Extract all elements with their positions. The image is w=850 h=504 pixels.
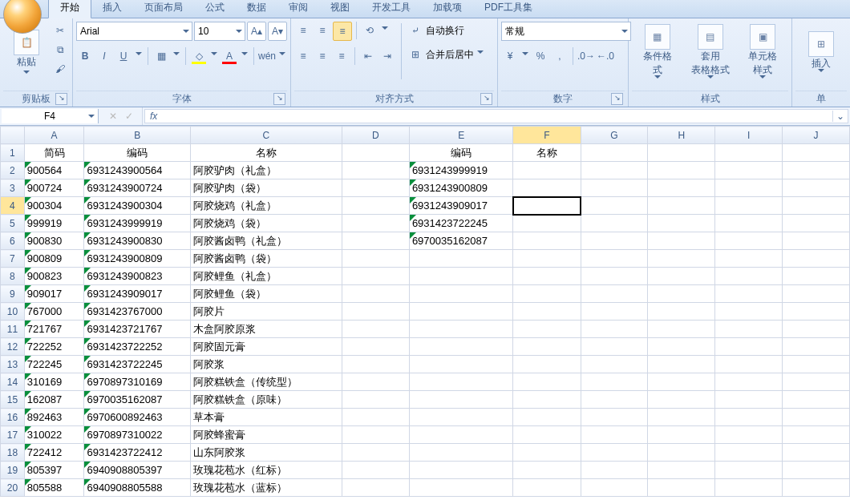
decrease-font-button[interactable]: A▾ xyxy=(268,22,287,41)
tab-developer[interactable]: 开发工具 xyxy=(361,0,422,18)
cell-A14[interactable]: 310169 xyxy=(24,373,84,391)
cell-G18[interactable] xyxy=(581,444,648,462)
tab-insert[interactable]: 插入 xyxy=(91,0,133,18)
column-header-C[interactable]: C xyxy=(190,127,342,144)
cell-H19[interactable] xyxy=(648,462,715,479)
decrease-decimal-button[interactable]: ←.0 xyxy=(597,47,614,65)
column-header-A[interactable]: A xyxy=(24,127,84,144)
italic-button[interactable]: I xyxy=(95,47,113,65)
cell-C16[interactable]: 草本膏 xyxy=(190,409,342,426)
cell-I2[interactable] xyxy=(715,162,783,179)
increase-decimal-button[interactable]: .0→ xyxy=(577,47,595,65)
cell-H18[interactable] xyxy=(648,444,715,462)
align-bottom-button[interactable]: ≡ xyxy=(333,22,352,41)
cell-E10[interactable] xyxy=(409,303,513,321)
cell-A1[interactable]: 简码 xyxy=(24,144,84,162)
cell-E5[interactable]: 6931423722245 xyxy=(409,215,513,232)
cell-E6[interactable]: 6970035162087 xyxy=(409,232,513,250)
cell-A20[interactable]: 805588 xyxy=(24,479,84,497)
cell-A8[interactable]: 900823 xyxy=(24,268,84,285)
cell-C20[interactable]: 玫瑰花苞水（蓝标） xyxy=(190,479,342,497)
cell-A9[interactable]: 909017 xyxy=(24,285,84,303)
cell-B11[interactable]: 6931423721767 xyxy=(84,321,190,338)
cell-D16[interactable] xyxy=(342,409,410,426)
cell-B1[interactable]: 编码 xyxy=(84,144,190,162)
column-header-I[interactable]: I xyxy=(715,127,783,144)
cell-H15[interactable] xyxy=(648,391,715,409)
cell-H16[interactable] xyxy=(648,409,715,426)
cell-F5[interactable] xyxy=(513,215,581,232)
cell-B14[interactable]: 6970897310169 xyxy=(84,373,190,391)
cell-F19[interactable] xyxy=(513,462,581,479)
cell-B10[interactable]: 6931423767000 xyxy=(84,303,190,321)
column-header-J[interactable]: J xyxy=(783,127,850,144)
cell-D10[interactable] xyxy=(342,303,410,321)
font-name-dropdown[interactable]: Arial xyxy=(76,22,192,41)
cell-H14[interactable] xyxy=(648,373,715,391)
comma-format-button[interactable]: , xyxy=(551,47,569,65)
cell-A11[interactable]: 721767 xyxy=(24,321,84,338)
align-middle-button[interactable]: ≡ xyxy=(314,22,331,39)
cell-G15[interactable] xyxy=(581,391,648,409)
row-header-1[interactable]: 1 xyxy=(1,144,25,162)
cell-E19[interactable] xyxy=(409,462,513,479)
cell-F16[interactable] xyxy=(513,409,581,426)
cell-E9[interactable] xyxy=(409,285,513,303)
cell-B3[interactable]: 6931243900724 xyxy=(84,179,190,197)
column-header-B[interactable]: B xyxy=(84,127,190,144)
increase-font-button[interactable]: A▴ xyxy=(247,22,266,41)
cell-B4[interactable]: 6931243900304 xyxy=(84,197,190,215)
cell-H7[interactable] xyxy=(648,250,715,268)
cell-I15[interactable] xyxy=(715,391,783,409)
cell-G4[interactable] xyxy=(581,197,648,215)
cell-A6[interactable]: 900830 xyxy=(24,232,84,250)
cell-H8[interactable] xyxy=(648,268,715,285)
cell-E4[interactable]: 6931243909017 xyxy=(409,197,513,215)
borders-button[interactable]: ▦ xyxy=(152,47,170,65)
wrap-text-button[interactable]: ⤶自动换行 xyxy=(407,22,485,39)
cell-B15[interactable]: 6970035162087 xyxy=(84,391,190,409)
cell-J7[interactable] xyxy=(783,250,850,268)
phonetic-dropdown[interactable] xyxy=(277,47,287,65)
cell-E20[interactable] xyxy=(409,479,513,497)
cell-A5[interactable]: 999919 xyxy=(24,215,84,232)
cell-C5[interactable]: 阿胶烧鸡（袋） xyxy=(190,215,342,232)
cell-A7[interactable]: 900809 xyxy=(24,250,84,268)
cell-D15[interactable] xyxy=(342,391,410,409)
row-header-10[interactable]: 10 xyxy=(1,303,25,321)
cell-J13[interactable] xyxy=(783,356,850,373)
row-header-19[interactable]: 19 xyxy=(1,462,25,479)
font-color-dropdown[interactable] xyxy=(240,47,249,65)
cell-D17[interactable] xyxy=(342,426,410,444)
cell-H12[interactable] xyxy=(648,338,715,356)
cell-I17[interactable] xyxy=(715,426,783,444)
cell-G3[interactable] xyxy=(581,179,648,197)
row-header-20[interactable]: 20 xyxy=(1,479,25,497)
cell-D13[interactable] xyxy=(342,356,410,373)
cell-A10[interactable]: 767000 xyxy=(24,303,84,321)
cell-H4[interactable] xyxy=(648,197,715,215)
orientation-button[interactable]: ⟲ xyxy=(361,22,378,39)
cell-F2[interactable] xyxy=(513,162,581,179)
cell-G8[interactable] xyxy=(581,268,648,285)
cell-C14[interactable]: 阿胶糕铁盒（传统型） xyxy=(190,373,342,391)
cell-F9[interactable] xyxy=(513,285,581,303)
cell-J15[interactable] xyxy=(783,391,850,409)
tab-formulas[interactable]: 公式 xyxy=(194,0,236,18)
format-as-table-button[interactable]: ▤套用 表格格式 xyxy=(685,20,736,86)
cell-B2[interactable]: 6931243900564 xyxy=(84,162,190,179)
cell-J19[interactable] xyxy=(783,462,850,479)
row-header-16[interactable]: 16 xyxy=(1,409,25,426)
cell-A13[interactable]: 722245 xyxy=(24,356,84,373)
cell-F10[interactable] xyxy=(513,303,581,321)
cell-D1[interactable] xyxy=(342,144,410,162)
bold-button[interactable]: B xyxy=(76,47,94,65)
cell-C4[interactable]: 阿胶烧鸡（礼盒） xyxy=(190,197,342,215)
insert-cells-button[interactable]: ⊞插入 xyxy=(795,20,847,86)
cell-C2[interactable]: 阿胶驴肉（礼盒） xyxy=(190,162,342,179)
cell-I10[interactable] xyxy=(715,303,783,321)
row-header-13[interactable]: 13 xyxy=(1,356,25,373)
cell-H5[interactable] xyxy=(648,215,715,232)
cell-B7[interactable]: 6931243900809 xyxy=(84,250,190,268)
cell-H3[interactable] xyxy=(648,179,715,197)
